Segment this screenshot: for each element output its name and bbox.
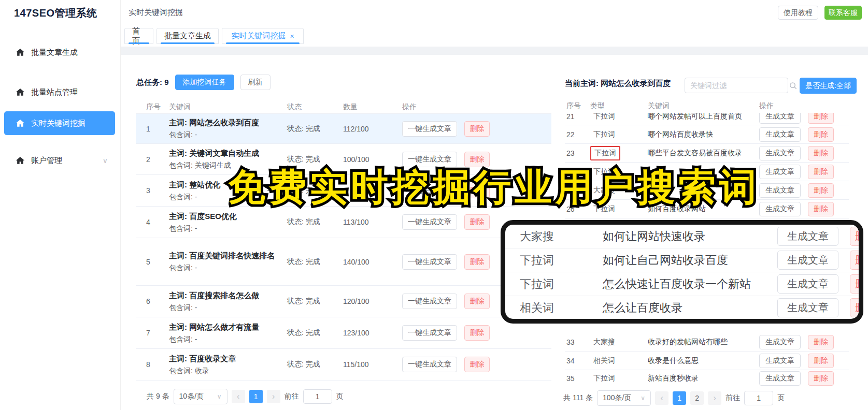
keyword-row: 26下拉词如何百度收录网站生成文章删除 (565, 200, 849, 218)
page-size-select[interactable]: 10条/页∨ (174, 389, 227, 404)
help-button[interactable]: 使用教程 (778, 6, 818, 20)
generate-article-button[interactable]: 生成文章 (759, 335, 801, 349)
generate-article-button[interactable]: 生成文章 (777, 298, 838, 317)
generate-article-button[interactable]: 生成文章 (759, 202, 801, 216)
page-size-select[interactable]: 100条/页∨ (597, 390, 651, 406)
delete-button[interactable]: 删除 (464, 357, 490, 372)
delete-button[interactable]: 删除 (808, 165, 834, 179)
generate-article-button[interactable]: 一键生成文章 (402, 294, 457, 309)
tab-home[interactable]: 首页 (124, 28, 153, 44)
delete-button[interactable]: 删除 (808, 202, 834, 216)
row-index: 21 (566, 113, 590, 121)
refresh-button[interactable]: 刷新 (240, 75, 271, 90)
delete-button[interactable]: 删除 (808, 183, 834, 198)
page-unit-label: 页 (336, 392, 344, 401)
row-index: 26 (566, 205, 590, 213)
prev-page-button[interactable]: ‹ (655, 391, 668, 405)
magnifier-icon (789, 82, 797, 90)
generate-article-button[interactable]: 一键生成文章 (402, 357, 457, 372)
chevron-down-icon[interactable]: ∨ (103, 156, 108, 165)
task-keyword-cell: 主词: 关键词文章自动生成包含词: 关键词生成 (169, 148, 287, 170)
delete-button[interactable]: 删除 (808, 127, 834, 142)
total-tasks-label: 总任务: 9 (136, 78, 169, 87)
delete-button[interactable]: 删除 (850, 227, 863, 246)
zoomed-keyword-row: 下拉词如何让自己网站收录百度生成文章删除 (505, 248, 859, 272)
task-table-header: 序号 关键词 状态 数量 操作 (136, 100, 551, 114)
sidebar-item-1[interactable]: 批量文章生成 (4, 40, 115, 64)
contact-support-button[interactable]: 联系客服 (824, 6, 862, 20)
task-quantity: 140/100 (343, 258, 402, 266)
page-unit-label: 页 (777, 393, 785, 403)
prev-page-button[interactable]: ‹ (232, 390, 245, 403)
next-page-button[interactable]: › (708, 391, 721, 405)
keyword-actions: 生成文章删除 (759, 335, 849, 349)
delete-button[interactable]: 删除 (464, 214, 490, 230)
sidebar-item-4[interactable]: 账户管理∨ (4, 149, 115, 172)
tab-close-icon[interactable]: × (290, 32, 294, 40)
tab-batch-article[interactable]: 批量文章生成 (156, 28, 219, 44)
delete-button[interactable]: 删除 (464, 254, 490, 270)
page-number-2[interactable]: 2 (690, 391, 704, 405)
delete-button[interactable]: 删除 (808, 146, 834, 160)
delete-button[interactable]: 删除 (850, 274, 863, 294)
task-actions: 一键生成文章删除 (402, 357, 551, 372)
task-keyword-cell: 主词: 百度搜索排名怎么做包含词: - (169, 290, 287, 313)
goto-page-input[interactable] (303, 389, 332, 404)
generate-article-button[interactable]: 生成文章 (777, 227, 838, 246)
generate-article-button[interactable]: 生成文章 (759, 113, 801, 124)
tab-keyword-mining[interactable]: 实时关键词挖掘 × (222, 28, 304, 44)
keyword-type-cell: 下拉词 (590, 113, 648, 123)
delete-button[interactable]: 删除 (464, 294, 490, 309)
task-subtitle: 包含词: 关键词生成 (169, 161, 287, 170)
keyword-row: 23下拉词哪些平台发文容易被百度收录生成文章删除 (565, 144, 849, 163)
delete-button[interactable]: 删除 (850, 251, 863, 270)
task-status: 状态: 完成 (287, 155, 343, 164)
task-quantity: 120/100 (343, 297, 402, 305)
goto-page-input[interactable] (744, 391, 773, 405)
generate-article-button[interactable]: 一键生成文章 (402, 214, 457, 230)
task-title: 主词: 网站怎么收录到百度 (169, 118, 287, 128)
generate-article-button[interactable]: 生成文章 (759, 354, 801, 368)
task-status: 状态: 完成 (287, 257, 343, 267)
generate-article-button[interactable]: 生成文章 (759, 127, 801, 142)
generate-article-button[interactable]: 生成文章 (759, 165, 801, 179)
generate-article-button[interactable]: 生成文章 (759, 146, 801, 160)
generate-all-button[interactable]: 是否生成:全部 (800, 78, 857, 94)
keyword-text: 收录好的发帖网站有哪些 (648, 338, 759, 347)
task-quantity: 123/100 (343, 329, 402, 337)
generate-article-button[interactable]: 一键生成文章 (402, 121, 457, 137)
generate-article-button[interactable]: 生成文章 (759, 371, 801, 386)
delete-button[interactable]: 删除 (808, 371, 834, 386)
sidebar-item-2[interactable]: 批量站点管理 (4, 80, 115, 104)
delete-button[interactable]: 删除 (464, 325, 490, 341)
delete-button[interactable]: 删除 (464, 152, 490, 167)
keyword-row: 21下拉词哪个网站发帖可以上百度首页生成文章删除 (565, 113, 849, 125)
generate-article-button[interactable]: 一键生成文章 (402, 325, 457, 341)
delete-button[interactable]: 删除 (808, 335, 834, 349)
delete-button[interactable]: 删除 (808, 354, 834, 368)
task-subtitle: 包含词: - (169, 303, 287, 313)
keyword-actions: 生成文章删除 (777, 298, 863, 317)
row-index: 2 (146, 155, 169, 164)
task-subtitle: 包含词: - (169, 263, 287, 273)
add-task-button[interactable]: 添加挖词任务 (175, 75, 234, 90)
keyword-row: 24下拉词生成文章删除 (565, 163, 849, 181)
delete-button[interactable]: 删除 (850, 298, 863, 317)
delete-button[interactable]: 删除 (808, 113, 834, 124)
task-status: 状态: 完成 (287, 328, 343, 338)
page-number-1[interactable]: 1 (249, 390, 263, 403)
page-number-1[interactable]: 1 (673, 391, 686, 405)
generate-article-button[interactable]: 一键生成文章 (402, 152, 457, 167)
generate-article-button[interactable]: 一键生成文章 (402, 183, 457, 198)
generate-article-button[interactable]: 一键生成文章 (402, 254, 457, 270)
sidebar-item-3[interactable]: 实时关键词挖掘 (4, 111, 115, 135)
delete-button[interactable]: 删除 (464, 121, 490, 137)
delete-button[interactable]: 删除 (464, 183, 490, 198)
generate-article-button[interactable]: 生成文章 (777, 251, 838, 270)
next-page-button[interactable]: › (267, 390, 280, 403)
row-index: 4 (146, 218, 169, 226)
row-index: 24 (566, 168, 590, 176)
generate-article-button[interactable]: 生成文章 (777, 274, 838, 294)
generate-article-button[interactable]: 生成文章 (759, 183, 801, 198)
keyword-filter-input[interactable] (685, 81, 789, 90)
